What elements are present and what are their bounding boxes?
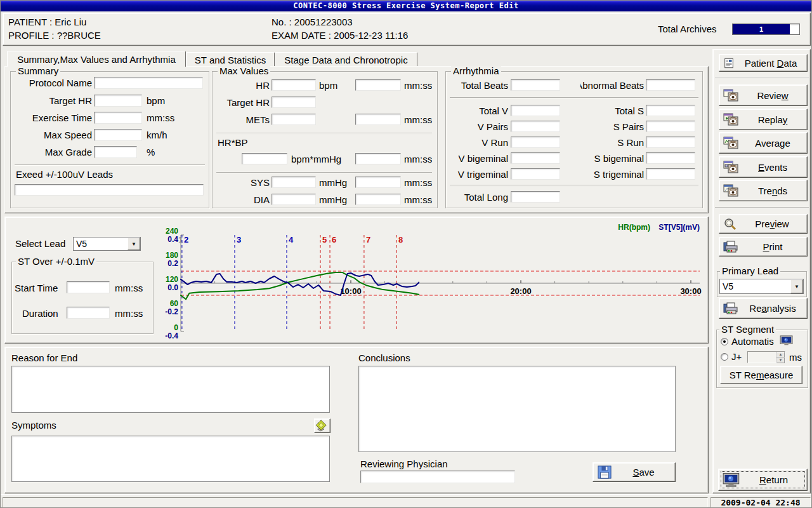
svg-text:240: 240 — [166, 227, 178, 236]
symptoms-textarea[interactable] — [11, 436, 330, 482]
preview-button[interactable]: Preview — [719, 214, 808, 234]
svg-text:7: 7 — [366, 235, 370, 244]
exercise-time-input[interactable] — [94, 112, 142, 124]
duration-label: Duration — [22, 309, 58, 319]
tab-stage-chronotropic[interactable]: Stage Data and Chronotropic — [275, 52, 417, 67]
svg-text:0.2: 0.2 — [167, 259, 178, 268]
stepper-up-icon[interactable]: ▲ — [776, 352, 785, 358]
symptoms-label: Symptoms — [11, 420, 56, 431]
target-hr-input[interactable] — [94, 95, 142, 107]
v-trigeminal-input[interactable] — [511, 168, 560, 180]
exam-date-label: EXAM DATE : 2005-12-23 11:16 — [272, 30, 408, 41]
review-button[interactable]: Review — [719, 84, 808, 106]
reanalysis-button[interactable]: Reanalysis — [719, 298, 808, 319]
automatic-radio[interactable] — [721, 338, 728, 345]
stepper-buttons[interactable]: ▲ ▼ — [776, 352, 785, 363]
select-lead-label: Select Lead — [15, 239, 65, 249]
stepper-down-icon[interactable]: ▼ — [776, 358, 785, 363]
trends-button[interactable]: Trends — [719, 180, 808, 201]
total-v-input[interactable] — [511, 105, 560, 116]
automatic-radio-label: Automatis — [731, 337, 774, 347]
tab-summary-max-arrhythmia[interactable]: Summary,Max Values and Arrhythmia — [7, 51, 186, 67]
svg-text:HR(bpm): HR(bpm) — [618, 223, 650, 232]
ms-unit-label: ms — [789, 352, 802, 363]
j-plus-ms-value — [748, 352, 776, 363]
tab-label: Stage Data and Chronotropic — [284, 55, 407, 65]
save-button-label: Save — [612, 467, 675, 478]
patient-data-button[interactable]: Patient Data — [719, 54, 808, 72]
primary-lead-dropdown[interactable]: V5 ▼ — [719, 279, 804, 294]
select-lead-dropdown[interactable]: V5 ▼ — [73, 237, 141, 251]
conclusions-textarea[interactable] — [358, 366, 676, 452]
st-over-title: ST Over +/-0.1mV — [16, 257, 96, 267]
s-bigeminal-input[interactable] — [646, 152, 695, 164]
sys-input[interactable] — [272, 177, 316, 188]
archives-progress-fill: 1 — [733, 24, 790, 34]
total-long-input[interactable] — [511, 191, 560, 203]
svg-text:120: 120 — [166, 275, 178, 284]
symptoms-keypad-icon — [315, 420, 329, 432]
record-number-label: No. : 20051223003 — [272, 17, 353, 27]
events-button[interactable]: Events — [719, 156, 808, 178]
dia-time-input[interactable] — [355, 194, 401, 205]
exeed-leads-input[interactable] — [15, 184, 204, 196]
s-trigeminal-input[interactable] — [646, 168, 695, 180]
v-run-input[interactable] — [511, 137, 560, 148]
return-button[interactable]: Return — [718, 469, 808, 491]
total-archives-label: Total Archives — [658, 24, 717, 34]
dia-unit: mmHg — [319, 195, 347, 205]
total-s-input[interactable] — [646, 105, 695, 116]
abnormal-beats-input[interactable] — [646, 79, 695, 91]
exercise-time-unit: mm:ss — [147, 113, 174, 123]
reason-for-end-label: Reason for End — [11, 353, 77, 363]
replay-button[interactable]: Replay — [719, 109, 808, 130]
s-run-input[interactable] — [646, 137, 695, 148]
average-button[interactable]: Average — [719, 132, 808, 154]
v-pairs-input[interactable] — [511, 121, 560, 132]
mets-time-input[interactable] — [355, 114, 401, 125]
save-button[interactable]: Save — [593, 462, 676, 482]
symptoms-editor-button[interactable] — [314, 418, 331, 433]
dia-input[interactable] — [272, 194, 316, 205]
arrhythmia-group: Arrhythmia Total Beats Abnormal Beats To… — [445, 71, 703, 208]
max-speed-input[interactable] — [94, 129, 142, 141]
st-remeasure-button[interactable]: ST Remeasure — [720, 366, 802, 384]
chevron-down-icon[interactable]: ▼ — [790, 279, 803, 293]
start-time-input[interactable] — [67, 281, 110, 293]
total-beats-input[interactable] — [511, 79, 560, 91]
sys-label: SYS — [213, 178, 270, 188]
window-title: CONTEC-8000 Stress Exercise System-Repor… — [293, 1, 518, 10]
max-target-hr-input[interactable] — [272, 97, 316, 108]
separator — [15, 164, 205, 166]
j-plus-radio[interactable] — [721, 353, 728, 361]
total-v-label: Total V — [446, 106, 508, 116]
max-hr-input[interactable] — [272, 79, 316, 91]
print-button[interactable]: Print — [719, 237, 808, 257]
svg-text:0.4: 0.4 — [167, 235, 178, 244]
sys-time-input[interactable] — [355, 177, 401, 188]
mets-input[interactable] — [272, 114, 316, 125]
reason-for-end-textarea[interactable] — [11, 366, 330, 413]
tab-label: Summary,Max Values and Arrhythmia — [17, 54, 176, 65]
patient-header-panel: PATIENT : Eric Liu PROFILE : ??BRUCE No.… — [3, 13, 811, 46]
svg-text:4: 4 — [289, 235, 294, 244]
events-icon — [723, 161, 738, 173]
reviewing-physician-input[interactable] — [360, 471, 515, 483]
hrbp-time-input[interactable] — [355, 153, 401, 164]
max-hr-time-input[interactable] — [355, 79, 401, 91]
protocol-name-input[interactable] — [94, 77, 203, 89]
replay-label: Replay — [738, 114, 807, 125]
max-target-hr-label: Target HR — [213, 98, 270, 108]
duration-input[interactable] — [67, 307, 110, 319]
tab-st-statistics[interactable]: ST and Statistics — [186, 52, 275, 67]
replay-icon — [723, 113, 738, 126]
svg-text:30:00: 30:00 — [680, 286, 701, 296]
st-segment-title: ST Segment — [719, 324, 776, 335]
s-pairs-input[interactable] — [646, 121, 695, 132]
chevron-down-icon[interactable]: ▼ — [128, 237, 140, 250]
j-plus-ms-stepper[interactable]: ▲ ▼ — [747, 351, 785, 363]
max-grade-input[interactable] — [94, 146, 137, 158]
v-bigeminal-input[interactable] — [511, 152, 560, 164]
hrbp-input[interactable] — [242, 153, 287, 164]
st-segment-group: ST Segment Automatis J+ ▲ ▼ ms ST Remeas… — [716, 330, 808, 388]
